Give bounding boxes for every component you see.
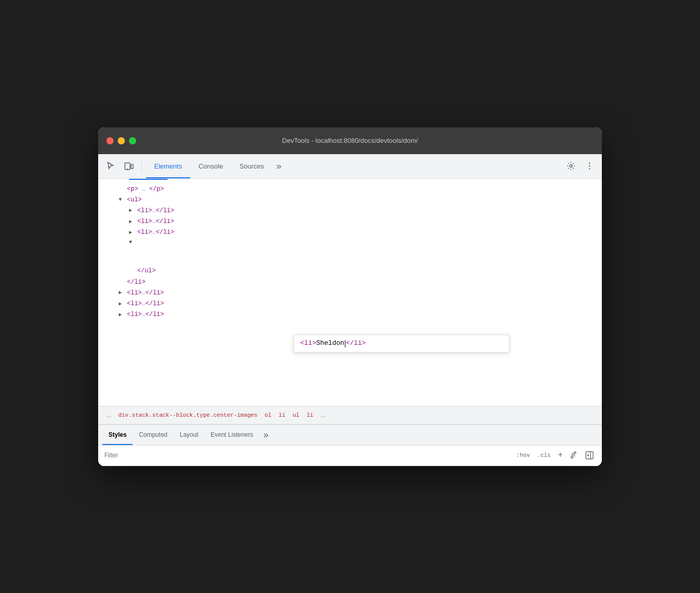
svg-point-5 bbox=[589, 165, 590, 166]
tab-event-listeners[interactable]: Event Listeners bbox=[205, 425, 260, 445]
panel-icon bbox=[585, 451, 594, 459]
dom-line-li-4[interactable]: <li>…</li> bbox=[98, 288, 602, 299]
svg-point-6 bbox=[589, 168, 590, 169]
triangle-down-li-editing[interactable] bbox=[129, 238, 136, 247]
device-toolbar-button[interactable] bbox=[121, 158, 137, 174]
dom-line-li-6[interactable]: <li>…</li> bbox=[98, 309, 602, 320]
main-tabs: Elements Console Sources » bbox=[146, 154, 561, 178]
svg-point-2 bbox=[127, 169, 128, 170]
bottom-more-tabs[interactable]: » bbox=[259, 425, 272, 445]
svg-point-4 bbox=[589, 162, 590, 163]
cls-button[interactable]: .cls bbox=[535, 451, 552, 459]
inspect-element-button[interactable] bbox=[102, 158, 119, 174]
title-bar: DevTools - localhost:8080/docs/devtools/… bbox=[98, 127, 602, 154]
breadcrumb-item-3[interactable]: ul bbox=[290, 411, 301, 419]
tab-computed[interactable]: Computed bbox=[133, 425, 173, 445]
triangle-right-li5[interactable] bbox=[119, 300, 126, 308]
breadcrumb-bar: ... div.stack.stack--block.type.center-i… bbox=[98, 406, 602, 424]
tab-styles[interactable]: Styles bbox=[102, 425, 133, 445]
filter-buttons: :hov .cls + bbox=[514, 449, 596, 461]
dom-line-li-5[interactable]: <li>…</li> bbox=[98, 299, 602, 309]
dom-line-li-2[interactable]: <li>…</li> bbox=[98, 216, 602, 227]
triangle-down-ul[interactable] bbox=[119, 196, 126, 204]
dom-tree: <p> … </p> <ul> <li>…</li> <li>…</li> <l… bbox=[98, 180, 602, 406]
filter-input[interactable] bbox=[104, 452, 510, 459]
traffic-lights bbox=[106, 137, 136, 144]
triangle-right-li1[interactable] bbox=[129, 207, 136, 215]
svg-point-3 bbox=[570, 165, 573, 168]
hov-button[interactable]: :hov bbox=[514, 451, 532, 459]
toolbar-right bbox=[563, 158, 598, 174]
dom-line-ul-close[interactable]: </ul> bbox=[98, 266, 602, 276]
cursor-icon bbox=[106, 161, 115, 171]
dom-line-li-close[interactable]: </li> bbox=[98, 277, 602, 288]
maximize-button[interactable] bbox=[129, 137, 136, 144]
add-style-rule-button[interactable]: + bbox=[556, 450, 565, 461]
close-button[interactable] bbox=[106, 137, 114, 144]
gear-icon bbox=[566, 161, 576, 171]
breadcrumb-item-0[interactable]: div.stack.stack--block.type.center-image… bbox=[116, 411, 260, 419]
window-title: DevTools - localhost:8080/docs/devtools/… bbox=[282, 137, 418, 144]
kebab-icon bbox=[585, 161, 594, 171]
dom-line-li-3[interactable]: <li>…</li> bbox=[98, 227, 602, 238]
paint-icon bbox=[570, 451, 578, 459]
filter-bar: :hov .cls + bbox=[98, 446, 602, 466]
breadcrumb-item-1[interactable]: ol bbox=[263, 411, 273, 419]
more-options-button[interactable] bbox=[581, 158, 598, 174]
bottom-tabs: Styles Computed Layout Event Listeners » bbox=[98, 425, 602, 446]
devtools-toolbar: Elements Console Sources » bbox=[98, 154, 602, 179]
device-icon bbox=[124, 161, 134, 171]
breadcrumb-item-2[interactable]: li bbox=[277, 411, 287, 419]
triangle-right-li6[interactable] bbox=[119, 311, 126, 319]
more-tabs-button[interactable]: » bbox=[272, 154, 286, 178]
paint-icon-button[interactable] bbox=[568, 449, 580, 461]
edit-popup[interactable]: <li>Sheldon</li> bbox=[293, 335, 509, 353]
dom-line-li-1[interactable]: <li>…</li> bbox=[98, 206, 602, 216]
svg-rect-1 bbox=[131, 164, 133, 169]
tab-sources[interactable]: Sources bbox=[231, 154, 272, 178]
dom-line-li-editing[interactable]: <li>Sheldon</li> bbox=[98, 238, 602, 247]
minimize-button[interactable] bbox=[118, 137, 125, 144]
dom-line-p[interactable]: <p> … </p> bbox=[98, 184, 602, 195]
triangle-right-li2[interactable] bbox=[129, 218, 136, 226]
tab-elements[interactable]: Elements bbox=[146, 154, 190, 178]
toolbar-separator bbox=[141, 160, 142, 172]
tab-layout[interactable]: Layout bbox=[174, 425, 205, 445]
triangle-right-li3[interactable] bbox=[129, 229, 136, 237]
svg-rect-7 bbox=[586, 452, 593, 459]
back-icon-button[interactable] bbox=[583, 449, 596, 461]
breadcrumb-item-4[interactable]: li bbox=[304, 411, 315, 419]
text-cursor bbox=[345, 340, 345, 347]
dom-line-ul-open[interactable]: <ul> bbox=[98, 195, 602, 206]
tab-console[interactable]: Console bbox=[190, 154, 231, 178]
popup-spacer bbox=[98, 247, 602, 266]
settings-button[interactable] bbox=[563, 158, 579, 174]
devtools-window: DevTools - localhost:8080/docs/devtools/… bbox=[98, 127, 602, 466]
bottom-panel: Styles Computed Layout Event Listeners »… bbox=[98, 424, 602, 466]
breadcrumb-more[interactable]: ... bbox=[104, 411, 113, 419]
triangle-right-li4[interactable] bbox=[119, 289, 126, 297]
breadcrumb-more-right[interactable]: ... bbox=[319, 411, 327, 419]
